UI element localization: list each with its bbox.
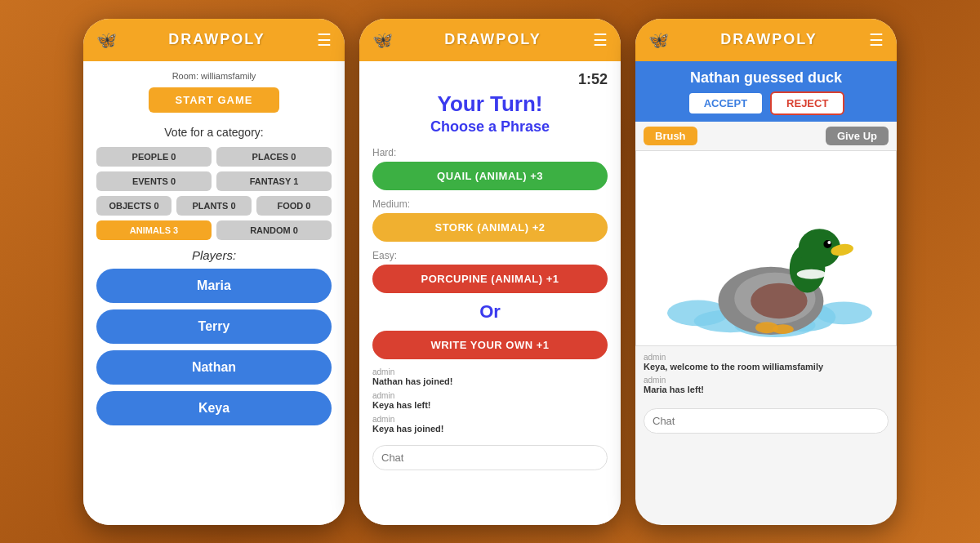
player-keya[interactable]: Keya xyxy=(96,391,332,425)
app-title-3: DRAWPOLY xyxy=(720,31,817,48)
category-people[interactable]: PEOPLE 0 xyxy=(96,147,212,167)
category-objects[interactable]: OBJECTS 0 xyxy=(96,196,172,216)
logo-icon: 🦋 xyxy=(96,30,117,50)
phone3-chat: admin Keya, welcome to the room williams… xyxy=(635,346,897,402)
your-turn-text: Your Turn! xyxy=(372,91,608,117)
category-random[interactable]: RANDOM 0 xyxy=(216,220,332,240)
phone1-header: 🦋 DRAWPOLY ☰ xyxy=(83,19,345,61)
room-label: Room: williamsfamily xyxy=(96,71,332,81)
hard-label: Hard: xyxy=(372,147,608,158)
players-label: Players: xyxy=(96,248,332,262)
chat-entry-3: admin Keya has joined! xyxy=(372,415,608,434)
phone3-chat-entry-2: admin Maria has left! xyxy=(644,376,889,394)
give-up-button[interactable]: Give Up xyxy=(826,127,889,145)
logo-icon-3: 🦋 xyxy=(648,30,669,50)
app-title-2: DRAWPOLY xyxy=(444,31,541,48)
phone3-chat-entry-1: admin Keya, welcome to the room williams… xyxy=(644,353,889,372)
app-title-1: DRAWPOLY xyxy=(168,31,265,48)
choose-phrase-label: Choose a Phrase xyxy=(372,118,608,136)
svg-point-12 xyxy=(827,241,831,244)
vote-label: Vote for a category: xyxy=(96,126,332,139)
medium-label: Medium: xyxy=(372,198,608,210)
category-animals[interactable]: ANIMALS 3 xyxy=(96,220,212,240)
start-game-button[interactable]: START GAME xyxy=(149,87,279,113)
accept-button[interactable]: ACCEPT xyxy=(688,91,764,115)
svg-point-15 xyxy=(773,324,794,334)
phone-choose-phrase: 🦋 DRAWPOLY ☰ 1:52 Your Turn! Choose a Ph… xyxy=(359,19,621,525)
menu-icon-1[interactable]: ☰ xyxy=(317,30,332,50)
phone3-chat-input[interactable] xyxy=(644,408,889,434)
phone-lobby: 🦋 DRAWPOLY ☰ Room: williamsfamily START … xyxy=(83,19,345,525)
category-row-2: EVENTS 0 FANTASY 1 xyxy=(96,171,332,191)
chat-entry-2: admin Keya has left! xyxy=(372,391,608,410)
svg-point-11 xyxy=(823,240,831,248)
menu-icon-3[interactable]: ☰ xyxy=(869,30,884,50)
category-plants[interactable]: PLANTS 0 xyxy=(176,196,252,216)
chat-log: admin Nathan has joined! admin Keya has … xyxy=(372,367,608,434)
chat-input[interactable] xyxy=(372,445,608,470)
guess-banner: Nathan guessed duck ACCEPT REJECT xyxy=(635,61,897,122)
logo-icon-2: 🦋 xyxy=(372,30,393,50)
player-maria[interactable]: Maria xyxy=(96,269,332,303)
phrase-easy-button[interactable]: PORCUPINE (ANIMAL) +1 xyxy=(372,265,608,293)
draw-toolbar: Brush Give Up xyxy=(635,122,897,150)
guess-actions: ACCEPT REJECT xyxy=(645,91,887,115)
category-food[interactable]: FOOD 0 xyxy=(256,196,332,216)
write-own-button[interactable]: WRITE YOUR OWN +1 xyxy=(372,331,608,359)
brush-button[interactable]: Brush xyxy=(644,127,697,145)
category-places[interactable]: PLACES 0 xyxy=(216,147,332,167)
category-events[interactable]: EVENTS 0 xyxy=(96,171,212,191)
svg-point-10 xyxy=(797,269,826,278)
phrase-medium-button[interactable]: STORK (ANIMAL) +2 xyxy=(372,213,608,242)
choose-phrase-body: 1:52 Your Turn! Choose a Phrase Hard: QU… xyxy=(359,61,621,525)
category-row-1: PEOPLE 0 PLACES 0 xyxy=(96,147,332,167)
category-row-4: ANIMALS 3 RANDOM 0 xyxy=(96,220,332,240)
phone3-header: 🦋 DRAWPOLY ☰ xyxy=(635,19,897,61)
drawing-canvas[interactable] xyxy=(635,150,897,346)
category-fantasy[interactable]: FANTASY 1 xyxy=(216,171,332,191)
phrase-hard-button[interactable]: QUAIL (ANIMAL) +3 xyxy=(372,162,608,190)
timer: 1:52 xyxy=(372,71,608,88)
phone2-header: 🦋 DRAWPOLY ☰ xyxy=(359,19,621,61)
player-nathan[interactable]: Nathan xyxy=(96,350,332,385)
lobby-body: Room: williamsfamily START GAME Vote for… xyxy=(83,61,345,525)
reject-button[interactable]: REJECT xyxy=(770,91,844,115)
chat-entry-1: admin Nathan has joined! xyxy=(372,367,608,386)
phone-drawing: 🦋 DRAWPOLY ☰ Nathan guessed duck ACCEPT … xyxy=(635,19,897,525)
easy-label: Easy: xyxy=(372,250,608,261)
guess-text: Nathan guessed duck xyxy=(645,69,887,87)
or-divider: Or xyxy=(372,301,608,323)
menu-icon-2[interactable]: ☰ xyxy=(593,30,608,50)
category-row-3: OBJECTS 0 PLANTS 0 FOOD 0 xyxy=(96,196,332,216)
player-terry[interactable]: Terry xyxy=(96,309,332,344)
